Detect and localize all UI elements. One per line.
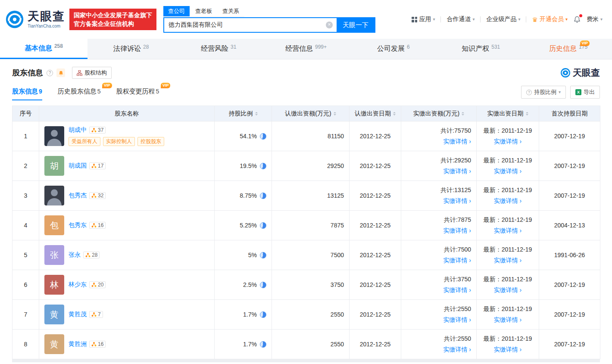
- ratio-value: 19.5%: [240, 162, 257, 169]
- shareholder-name-link[interactable]: 胡成中: [69, 126, 87, 134]
- search-button[interactable]: 天眼一下: [337, 18, 375, 32]
- shareholder-avatar[interactable]: 黄: [44, 305, 64, 324]
- paid-total: 共计:3750: [406, 276, 471, 283]
- shareholder-name-link[interactable]: 包秀杰: [69, 192, 87, 199]
- chevron-down-icon: ▾: [559, 90, 561, 94]
- paid-date-detail-link[interactable]: 实缴详情: [482, 197, 534, 205]
- main-tab[interactable]: 经营风险31: [175, 39, 262, 59]
- paid-date-detail-link[interactable]: 实缴详情: [482, 227, 534, 235]
- nav-open-vip[interactable]: ♛ 开通会员 ▾: [532, 16, 567, 23]
- paid-detail-link[interactable]: 实缴详情: [406, 286, 471, 294]
- paid-detail-link[interactable]: 实缴详情: [406, 346, 471, 354]
- sort-icon[interactable]: [526, 112, 528, 116]
- nav-partner[interactable]: 合作通道 ▾: [447, 16, 475, 23]
- relation-graph-badge[interactable]: 16: [89, 222, 106, 229]
- sort-icon[interactable]: [393, 112, 396, 116]
- help-icon[interactable]: ?: [47, 70, 53, 76]
- paid-date-detail-link[interactable]: 实缴详情: [482, 316, 534, 324]
- equity-pie-icon[interactable]: [260, 193, 266, 199]
- paid-detail-link[interactable]: 实缴详情: [406, 138, 471, 146]
- main-tab[interactable]: 法律诉讼28: [87, 39, 175, 59]
- paid-amount-cell: 共计:2550 实缴详情: [401, 330, 477, 359]
- equity-pie-icon[interactable]: [260, 282, 266, 288]
- paid-amount-cell: 共计:7875 实缴详情: [401, 211, 477, 240]
- clear-search-icon[interactable]: ×: [326, 22, 333, 28]
- relation-graph-badge[interactable]: 28: [83, 252, 100, 258]
- sort-icon[interactable]: [255, 112, 258, 116]
- relation-graph-badge[interactable]: 17: [89, 162, 106, 169]
- relation-graph-badge[interactable]: 32: [89, 192, 106, 199]
- nav-enterprise[interactable]: 企业级产品 ▾: [486, 16, 520, 23]
- equity-pie-icon[interactable]: [260, 133, 266, 140]
- ratio-cell: 1.7%: [215, 330, 272, 359]
- shareholder-avatar[interactable]: [44, 186, 64, 205]
- equity-pie-icon[interactable]: [260, 163, 266, 169]
- relation-graph-badge[interactable]: 20: [89, 281, 106, 288]
- shareholder-avatar[interactable]: 胡: [44, 156, 64, 176]
- shareholder-avatar[interactable]: 张: [44, 245, 64, 265]
- nav-user[interactable]: 费米 ▾: [587, 16, 603, 23]
- main-tab[interactable]: 基本信息258: [0, 39, 87, 59]
- column-header[interactable]: 持股比例: [215, 106, 272, 121]
- shareholder-subtab[interactable]: 股权变更历程5VIP: [116, 87, 159, 100]
- paid-detail-link[interactable]: 实缴详情: [406, 168, 471, 175]
- export-button[interactable]: X 导出: [570, 86, 600, 99]
- notification-bell[interactable]: [573, 16, 581, 23]
- shareholder-name-link[interactable]: 黄胜洲: [69, 340, 87, 348]
- paid-total: 共计:7500: [406, 246, 471, 254]
- shareholder-avatar[interactable]: [44, 126, 64, 146]
- relation-graph-badge[interactable]: 37: [89, 127, 106, 134]
- tianyancha-logo[interactable]: 天眼查 TianYanCha.com: [5, 10, 65, 29]
- chevron-down-icon: ▾: [472, 17, 475, 22]
- column-header[interactable]: 认缴出资额(万元): [272, 106, 350, 121]
- paid-total: 共计:75750: [406, 127, 471, 135]
- shareholder-name-link[interactable]: 张永: [69, 251, 81, 259]
- paid-date-detail-link[interactable]: 实缴详情: [482, 346, 534, 354]
- search-tab[interactable]: 查公司: [163, 6, 190, 16]
- column-header[interactable]: 认缴出资日期: [350, 106, 401, 121]
- paid-detail-link[interactable]: 实缴详情: [406, 257, 471, 264]
- shareholder-subtab[interactable]: 股东信息9: [12, 87, 42, 100]
- paid-date-detail-link[interactable]: 实缴详情: [482, 286, 534, 294]
- shareholder-name-link[interactable]: 胡成国: [69, 162, 87, 170]
- paid-total: 共计:2550: [406, 305, 471, 313]
- column-header[interactable]: 实缴出资日期: [477, 106, 539, 121]
- logo-text-cn: 天眼查: [28, 11, 65, 22]
- paid-detail-link[interactable]: 实缴详情: [406, 316, 471, 324]
- search-tab[interactable]: 查关系: [218, 6, 244, 16]
- paid-amount-cell: 共计:75750 实缴详情: [401, 121, 477, 151]
- paid-date-detail-link[interactable]: 实缴详情: [482, 257, 534, 264]
- search-tab[interactable]: 查老板: [190, 6, 217, 16]
- shareholder-name-link[interactable]: 包秀东: [69, 221, 87, 229]
- shareholder-avatar[interactable]: 林: [44, 275, 64, 295]
- shareholder-name-link[interactable]: 林少东: [69, 281, 87, 289]
- shareholder-avatar[interactable]: 包: [44, 215, 64, 235]
- search-input[interactable]: [164, 18, 326, 32]
- org-chart-icon: [77, 70, 82, 76]
- main-tab[interactable]: 历史信息175VIP: [525, 39, 612, 59]
- shareholder-avatar[interactable]: 黄: [44, 334, 64, 354]
- equity-pie-icon[interactable]: [260, 311, 266, 318]
- relation-graph-badge[interactable]: 7: [89, 311, 103, 318]
- equity-pie-icon[interactable]: [260, 341, 266, 348]
- nav-apps[interactable]: 应用 ▾: [412, 16, 435, 23]
- paid-date-detail-link[interactable]: 实缴详情: [482, 168, 534, 175]
- relation-graph-badge[interactable]: 16: [89, 341, 106, 348]
- ratio-value: 54.1%: [240, 133, 257, 140]
- column-header[interactable]: 实缴出资额(万元): [401, 106, 477, 121]
- equity-structure-button[interactable]: 股权结构: [72, 67, 112, 79]
- paid-date-detail-link[interactable]: 实缴详情: [482, 138, 534, 146]
- main-tab[interactable]: 知识产权531: [437, 39, 525, 59]
- equity-pie-icon[interactable]: [260, 252, 266, 258]
- subscribe-bell-icon[interactable]: [56, 68, 65, 77]
- sort-icon[interactable]: [462, 112, 464, 116]
- shareholder-name-link[interactable]: 黄胜茂: [69, 311, 87, 318]
- shareholder-subtab[interactable]: 历史股东信息5VIP: [58, 87, 101, 100]
- paid-detail-link[interactable]: 实缴详情: [406, 227, 471, 235]
- main-tab[interactable]: 公司发展6: [350, 39, 437, 59]
- paid-detail-link[interactable]: 实缴详情: [406, 197, 471, 205]
- ratio-filter-button[interactable]: ? 持股比例 ▾: [521, 86, 566, 99]
- equity-pie-icon[interactable]: [260, 222, 266, 229]
- main-tab[interactable]: 经营信息999+: [262, 39, 350, 59]
- sort-icon[interactable]: [334, 112, 336, 116]
